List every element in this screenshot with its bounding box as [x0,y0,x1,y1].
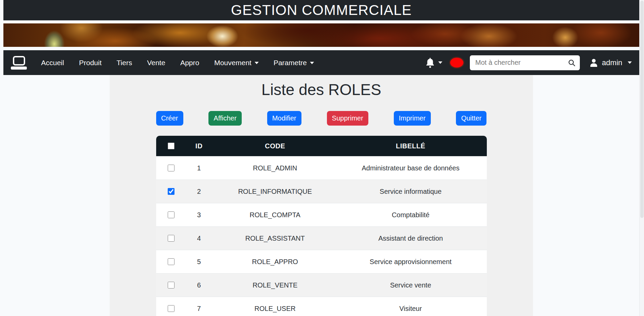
cell-id: 3 [182,203,215,226]
nav-item-vente[interactable]: Vente [147,59,165,67]
search-icon[interactable] [568,59,576,67]
roles-table: ID CODE LIBELLÉ 1 ROLE_ADMIN Administrat… [156,136,487,316]
create-button[interactable]: Créer [156,111,183,126]
nav-item-accueil[interactable]: Accueil [41,59,64,67]
main-panel: Liste des ROLES Créer Afficher Modifier … [110,75,533,316]
table-row: 1 ROLE_ADMIN Administrateur base de donn… [156,156,487,180]
app-title: GESTION COMMERCIALE [231,2,411,18]
quit-button[interactable]: Quitter [456,111,486,126]
table-row: 2 ROLE_INFORMATIQUE Service informatique [156,180,487,203]
row-checkbox[interactable] [168,235,174,242]
cell-id: 1 [182,156,215,180]
navbar-right-cluster: admin [425,55,632,70]
column-header-libelle: LIBELLÉ [334,136,486,156]
hero-banner-image [3,23,639,47]
vertical-scrollbar[interactable] [639,0,644,316]
nav-item-appro[interactable]: Appro [180,59,199,67]
column-header-id: ID [182,136,215,156]
show-button[interactable]: Afficher [208,111,241,126]
roles-table-container: ID CODE LIBELLÉ 1 ROLE_ADMIN Administrat… [156,136,487,316]
row-checkbox[interactable] [168,305,174,312]
edit-button[interactable]: Modifier [267,111,301,126]
table-header-row: ID CODE LIBELLÉ [156,136,487,156]
row-checkbox[interactable] [168,165,174,171]
delete-button[interactable]: Supprimer [327,111,368,126]
content-area: Liste des ROLES Créer Afficher Modifier … [3,75,639,316]
chevron-down-icon [255,62,259,64]
cell-code: ROLE_INFORMATIQUE [216,180,335,203]
table-row: 3 ROLE_COMPTA Comptabilité [156,203,487,226]
main-navbar: Accueil Produit Tiers Vente Appro Mouvem… [3,50,639,75]
bell-icon [425,57,435,68]
chevron-down-icon [310,62,314,64]
cell-libelle: Comptabilité [334,203,486,226]
user-icon [589,58,599,68]
user-name: admin [602,58,622,67]
cell-id: 4 [182,226,215,250]
cell-libelle: Service informatique [334,180,486,203]
table-row: 5 ROLE_APPRO Service approvisionnement [156,250,487,273]
print-button[interactable]: Imprimer [394,111,431,126]
row-checkbox[interactable] [168,282,174,289]
cell-id: 5 [182,250,215,273]
table-row: 6 ROLE_VENTE Service vente [156,273,487,297]
scrollbar-thumb[interactable] [640,1,644,218]
select-all-checkbox[interactable] [168,143,174,149]
status-indicator-red [449,57,464,69]
search-box [470,55,580,70]
search-input[interactable] [475,58,568,67]
right-gutter [533,75,639,316]
cell-id: 6 [182,273,215,297]
cell-libelle: Service approvisionnement [334,250,486,273]
page-title: Liste des ROLES [110,80,533,99]
left-gutter [3,75,110,316]
cell-libelle: Visiteur [334,297,486,316]
row-checkbox[interactable] [168,211,174,218]
cell-code: ROLE_USER [216,297,335,316]
user-menu-dropdown[interactable]: admin [589,58,632,68]
cell-code: ROLE_ADMIN [216,156,335,180]
cell-id: 7 [182,297,215,316]
cell-code: ROLE_COMPTA [216,203,335,226]
nav-item-parametre[interactable]: Parametre [274,59,314,67]
cell-libelle: Service vente [334,273,486,297]
nav-links: Accueil Produit Tiers Vente Appro Mouvem… [41,59,314,67]
app-header: GESTION COMMERCIALE [3,0,639,20]
table-row: 4 ROLE_ASSISTANT Assistant de direction [156,226,487,250]
row-checkbox[interactable] [168,188,174,195]
laptop-icon [13,56,25,66]
cell-code: ROLE_APPRO [216,250,335,273]
cell-code: ROLE_ASSISTANT [216,226,335,250]
nav-item-tiers[interactable]: Tiers [116,59,132,67]
table-row: 7 ROLE_USER Visiteur [156,297,487,316]
cell-libelle: Administrateur base de données [334,156,486,180]
cell-code: ROLE_VENTE [216,273,335,297]
cell-libelle: Assistant de direction [334,226,486,250]
row-checkbox[interactable] [168,258,174,265]
nav-item-produit[interactable]: Produit [79,59,102,67]
brand-logo[interactable] [11,56,27,70]
chevron-down-icon [628,61,632,64]
cell-id: 2 [182,180,215,203]
nav-item-mouvement[interactable]: Mouvement [214,59,259,67]
app-viewport: GESTION COMMERCIALE Accueil Produit Tier… [0,0,644,316]
notifications-dropdown[interactable] [425,57,442,68]
actions-toolbar: Créer Afficher Modifier Supprimer Imprim… [156,111,487,126]
chevron-down-icon [438,61,442,64]
column-header-code: CODE [216,136,335,156]
